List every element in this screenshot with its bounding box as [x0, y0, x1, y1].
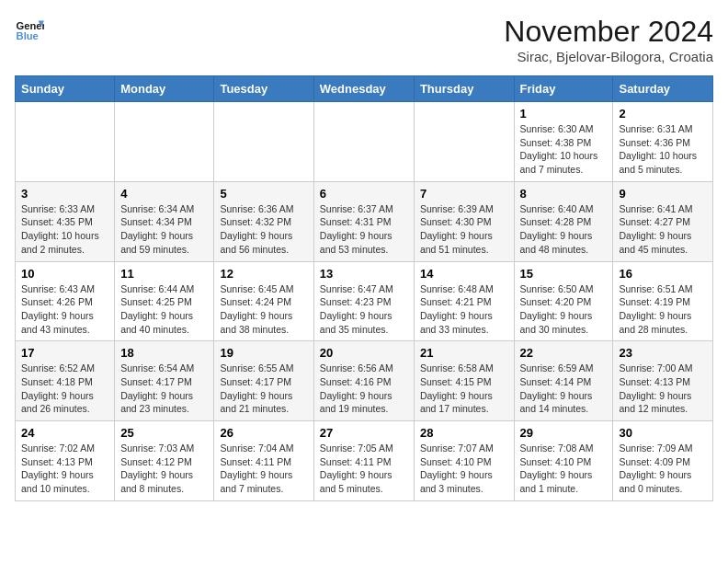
day-number: 11: [120, 267, 208, 281]
calendar-cell: 27Sunrise: 7:05 AM Sunset: 4:11 PM Dayli…: [313, 421, 414, 501]
calendar-cell: 26Sunrise: 7:04 AM Sunset: 4:11 PM Dayli…: [214, 421, 313, 501]
calendar-cell: 12Sunrise: 6:45 AM Sunset: 4:24 PM Dayli…: [214, 261, 313, 341]
day-number: 8: [520, 187, 608, 201]
day-number: 15: [520, 267, 608, 281]
calendar-cell: 2Sunrise: 6:31 AM Sunset: 4:36 PM Daylig…: [613, 102, 713, 182]
day-info: Sunrise: 6:51 AM Sunset: 4:19 PM Dayligh…: [619, 282, 707, 337]
calendar-cell: 30Sunrise: 7:09 AM Sunset: 4:09 PM Dayli…: [613, 421, 713, 501]
day-number: 1: [520, 107, 608, 121]
calendar-header-saturday: Saturday: [613, 76, 713, 102]
day-info: Sunrise: 6:34 AM Sunset: 4:34 PM Dayligh…: [120, 202, 208, 257]
calendar-cell: [115, 102, 214, 182]
day-number: 4: [120, 187, 208, 201]
calendar-cell: 3Sunrise: 6:33 AM Sunset: 4:35 PM Daylig…: [16, 181, 115, 261]
day-info: Sunrise: 6:58 AM Sunset: 4:15 PM Dayligh…: [420, 362, 508, 416]
day-info: Sunrise: 6:45 AM Sunset: 4:24 PM Dayligh…: [220, 282, 307, 337]
day-info: Sunrise: 7:04 AM Sunset: 4:11 PM Dayligh…: [220, 442, 307, 496]
day-number: 19: [220, 346, 307, 360]
day-number: 30: [619, 426, 707, 440]
calendar-cell: 23Sunrise: 7:00 AM Sunset: 4:13 PM Dayli…: [613, 341, 713, 421]
day-info: Sunrise: 7:03 AM Sunset: 4:12 PM Dayligh…: [120, 442, 208, 496]
calendar-cell: 4Sunrise: 6:34 AM Sunset: 4:34 PM Daylig…: [115, 181, 214, 261]
day-number: 3: [21, 187, 108, 201]
calendar-cell: 16Sunrise: 6:51 AM Sunset: 4:19 PM Dayli…: [613, 261, 713, 341]
day-number: 7: [420, 187, 508, 201]
day-number: 16: [619, 267, 707, 281]
day-number: 29: [520, 426, 608, 440]
calendar-week-2: 3Sunrise: 6:33 AM Sunset: 4:35 PM Daylig…: [16, 181, 713, 261]
calendar-cell: 22Sunrise: 6:59 AM Sunset: 4:14 PM Dayli…: [514, 341, 613, 421]
day-info: Sunrise: 7:07 AM Sunset: 4:10 PM Dayligh…: [420, 442, 508, 496]
day-number: 13: [320, 267, 408, 281]
calendar-cell: 17Sunrise: 6:52 AM Sunset: 4:18 PM Dayli…: [16, 341, 115, 421]
calendar-cell: 20Sunrise: 6:56 AM Sunset: 4:16 PM Dayli…: [313, 341, 414, 421]
calendar-cell: 19Sunrise: 6:55 AM Sunset: 4:17 PM Dayli…: [214, 341, 313, 421]
day-info: Sunrise: 6:56 AM Sunset: 4:16 PM Dayligh…: [320, 362, 408, 416]
calendar-header-monday: Monday: [115, 76, 214, 102]
page-header: General Blue November 2024 Sirac, Bjelov…: [15, 15, 713, 64]
day-info: Sunrise: 6:41 AM Sunset: 4:27 PM Dayligh…: [619, 202, 707, 257]
logo-icon: General Blue: [15, 15, 44, 44]
calendar-header-wednesday: Wednesday: [313, 76, 414, 102]
day-info: Sunrise: 6:37 AM Sunset: 4:31 PM Dayligh…: [320, 202, 408, 257]
day-number: 10: [21, 267, 108, 281]
calendar-cell: 14Sunrise: 6:48 AM Sunset: 4:21 PM Dayli…: [414, 261, 514, 341]
calendar-week-3: 10Sunrise: 6:43 AM Sunset: 4:26 PM Dayli…: [16, 261, 713, 341]
day-info: Sunrise: 6:55 AM Sunset: 4:17 PM Dayligh…: [220, 362, 307, 416]
calendar-cell: [214, 102, 313, 182]
logo: General Blue: [15, 15, 44, 44]
title-area: November 2024 Sirac, Bjelovar-Bilogora, …: [504, 15, 713, 64]
calendar-cell: 7Sunrise: 6:39 AM Sunset: 4:30 PM Daylig…: [414, 181, 514, 261]
month-title: November 2024: [504, 15, 713, 49]
day-info: Sunrise: 6:52 AM Sunset: 4:18 PM Dayligh…: [21, 362, 108, 416]
calendar-cell: 18Sunrise: 6:54 AM Sunset: 4:17 PM Dayli…: [115, 341, 214, 421]
calendar-cell: 28Sunrise: 7:07 AM Sunset: 4:10 PM Dayli…: [414, 421, 514, 501]
calendar-week-4: 17Sunrise: 6:52 AM Sunset: 4:18 PM Dayli…: [16, 341, 713, 421]
day-number: 9: [619, 187, 707, 201]
calendar-cell: 24Sunrise: 7:02 AM Sunset: 4:13 PM Dayli…: [16, 421, 115, 501]
calendar-cell: 10Sunrise: 6:43 AM Sunset: 4:26 PM Dayli…: [16, 261, 115, 341]
calendar-cell: 13Sunrise: 6:47 AM Sunset: 4:23 PM Dayli…: [313, 261, 414, 341]
calendar-week-1: 1Sunrise: 6:30 AM Sunset: 4:38 PM Daylig…: [16, 102, 713, 182]
day-info: Sunrise: 7:05 AM Sunset: 4:11 PM Dayligh…: [320, 442, 408, 496]
day-info: Sunrise: 6:39 AM Sunset: 4:30 PM Dayligh…: [420, 202, 508, 257]
calendar-header-sunday: Sunday: [16, 76, 115, 102]
calendar-cell: 1Sunrise: 6:30 AM Sunset: 4:38 PM Daylig…: [514, 102, 613, 182]
calendar-body: 1Sunrise: 6:30 AM Sunset: 4:38 PM Daylig…: [16, 102, 713, 501]
day-info: Sunrise: 6:54 AM Sunset: 4:17 PM Dayligh…: [120, 362, 208, 416]
calendar-table: SundayMondayTuesdayWednesdayThursdayFrid…: [15, 75, 713, 501]
day-info: Sunrise: 7:09 AM Sunset: 4:09 PM Dayligh…: [619, 442, 707, 496]
day-number: 17: [21, 346, 108, 360]
day-info: Sunrise: 6:59 AM Sunset: 4:14 PM Dayligh…: [520, 362, 608, 416]
day-info: Sunrise: 6:48 AM Sunset: 4:21 PM Dayligh…: [420, 282, 508, 337]
day-info: Sunrise: 6:50 AM Sunset: 4:20 PM Dayligh…: [520, 282, 608, 337]
day-number: 14: [420, 267, 508, 281]
calendar-cell: 21Sunrise: 6:58 AM Sunset: 4:15 PM Dayli…: [414, 341, 514, 421]
day-number: 21: [420, 346, 508, 360]
calendar-header-friday: Friday: [514, 76, 613, 102]
calendar-cell: 5Sunrise: 6:36 AM Sunset: 4:32 PM Daylig…: [214, 181, 313, 261]
day-info: Sunrise: 6:33 AM Sunset: 4:35 PM Dayligh…: [21, 202, 108, 257]
day-number: 12: [220, 267, 307, 281]
day-number: 28: [420, 426, 508, 440]
location-title: Sirac, Bjelovar-Bilogora, Croatia: [504, 49, 713, 64]
day-info: Sunrise: 6:44 AM Sunset: 4:25 PM Dayligh…: [120, 282, 208, 337]
day-number: 23: [619, 346, 707, 360]
day-info: Sunrise: 7:00 AM Sunset: 4:13 PM Dayligh…: [619, 362, 707, 416]
day-info: Sunrise: 6:43 AM Sunset: 4:26 PM Dayligh…: [21, 282, 108, 337]
day-number: 25: [120, 426, 208, 440]
day-number: 6: [320, 187, 408, 201]
day-info: Sunrise: 6:47 AM Sunset: 4:23 PM Dayligh…: [320, 282, 408, 337]
calendar-cell: 29Sunrise: 7:08 AM Sunset: 4:10 PM Dayli…: [514, 421, 613, 501]
calendar-cell: 15Sunrise: 6:50 AM Sunset: 4:20 PM Dayli…: [514, 261, 613, 341]
calendar-cell: [414, 102, 514, 182]
day-info: Sunrise: 6:30 AM Sunset: 4:38 PM Dayligh…: [520, 122, 608, 177]
calendar-week-5: 24Sunrise: 7:02 AM Sunset: 4:13 PM Dayli…: [16, 421, 713, 501]
calendar-cell: 25Sunrise: 7:03 AM Sunset: 4:12 PM Dayli…: [115, 421, 214, 501]
calendar-cell: [313, 102, 414, 182]
day-number: 2: [619, 107, 707, 121]
day-number: 22: [520, 346, 608, 360]
day-info: Sunrise: 6:40 AM Sunset: 4:28 PM Dayligh…: [520, 202, 608, 257]
calendar-header-row: SundayMondayTuesdayWednesdayThursdayFrid…: [16, 76, 713, 102]
calendar-cell: 8Sunrise: 6:40 AM Sunset: 4:28 PM Daylig…: [514, 181, 613, 261]
